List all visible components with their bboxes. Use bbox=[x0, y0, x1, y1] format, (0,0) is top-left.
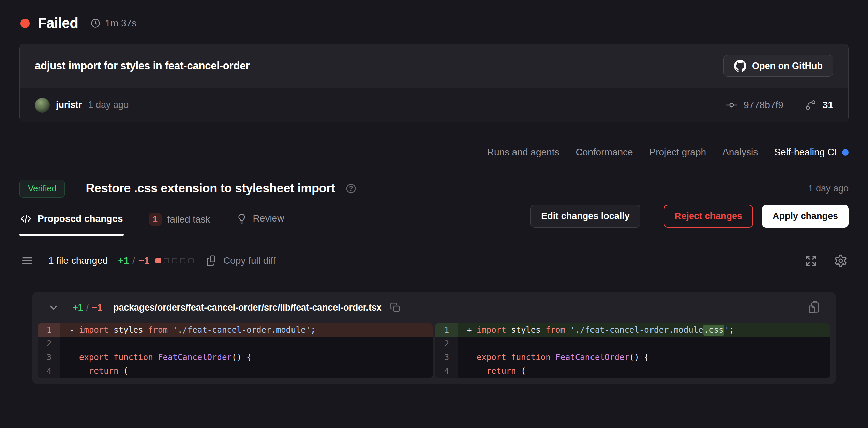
commit-card-top: adjust import for styles in feat-cancel-… bbox=[20, 44, 848, 88]
commit-title: adjust import for styles in feat-cancel-… bbox=[35, 60, 250, 72]
diff-panel: +1 / −1 packages/orders/feat-cancel-orde… bbox=[32, 292, 836, 384]
code-text bbox=[458, 337, 830, 351]
code-text: export function FeatCancelOrder() { bbox=[60, 351, 433, 364]
notification-dot bbox=[842, 149, 849, 156]
fix-title: Restore .css extension to stylesheet imp… bbox=[86, 181, 335, 196]
diff-line-context: 4 return ( bbox=[38, 364, 433, 378]
copy-full-diff-label: Copy full diff bbox=[223, 255, 276, 266]
diff-body: 1- import styles from './feat-cancel-ord… bbox=[32, 323, 836, 384]
diff-line-context: 3 export function FeatCancelOrder() { bbox=[435, 351, 830, 364]
tab-failed-task[interactable]: 1 failed task bbox=[148, 205, 211, 236]
failed-count-badge: 1 bbox=[149, 213, 162, 226]
nav-item-analysis[interactable]: Analysis bbox=[722, 147, 758, 158]
branch-count[interactable]: 31 bbox=[823, 100, 833, 111]
line-number: 4 bbox=[38, 364, 60, 378]
commit-card-bottom: juristr 1 day ago 9778b7f9 31 bbox=[20, 88, 848, 122]
nav-item-label: Self-healing CI bbox=[774, 147, 837, 158]
diff-pane-left: 1- import styles from './feat-cancel-ord… bbox=[38, 323, 433, 378]
file-deletions: −1 bbox=[92, 302, 102, 313]
tab-label: Proposed changes bbox=[38, 213, 123, 224]
tab-review[interactable]: Review bbox=[236, 205, 285, 234]
github-icon bbox=[734, 60, 746, 72]
commit-hash[interactable]: 9778b7f9 bbox=[744, 100, 783, 111]
chevron-down-icon[interactable] bbox=[47, 301, 60, 314]
diff-line-context: 4 return ( bbox=[435, 364, 830, 378]
tab-label: failed task bbox=[167, 214, 210, 225]
diff-line-context: 3 export function FeatCancelOrder() { bbox=[38, 351, 433, 364]
code-text: export function FeatCancelOrder() { bbox=[458, 351, 830, 364]
github-button-label: Open on GitHub bbox=[752, 61, 823, 71]
file-path: packages/orders/feat-cancel-order/src/li… bbox=[113, 302, 381, 313]
open-on-github-button[interactable]: Open on GitHub bbox=[723, 55, 833, 77]
line-number: 2 bbox=[435, 337, 458, 351]
status-label: Failed bbox=[38, 15, 78, 31]
code-icon bbox=[20, 213, 32, 225]
line-number: 2 bbox=[38, 337, 60, 351]
actions: Edit changes locally Reject changes Appl… bbox=[530, 205, 849, 237]
additions-count: +1 bbox=[118, 255, 129, 266]
status-duration: 1m 37s bbox=[90, 18, 136, 29]
file-additions: +1 bbox=[73, 302, 83, 313]
code-text bbox=[60, 337, 433, 351]
verified-badge: Verified bbox=[19, 180, 65, 198]
help-icon[interactable] bbox=[345, 183, 357, 194]
duration-text: 1m 37s bbox=[105, 18, 136, 29]
nav-item-conformance[interactable]: Conformance bbox=[575, 147, 633, 158]
vertical-divider bbox=[75, 178, 75, 199]
diff-line-context: 2 bbox=[435, 337, 830, 351]
gear-icon[interactable] bbox=[834, 254, 848, 268]
edit-changes-locally-button[interactable]: Edit changes locally bbox=[530, 205, 640, 228]
reject-changes-button[interactable]: Reject changes bbox=[664, 205, 753, 228]
branch-icon bbox=[805, 99, 817, 111]
nav-item-self-healing-ci[interactable]: Self-healing CI bbox=[774, 147, 849, 158]
code-text: - import styles from './feat-cancel-orde… bbox=[60, 323, 433, 337]
copy-icon bbox=[206, 255, 218, 267]
diff-toolbar: 1 file changed +1 / −1 Copy full diff bbox=[20, 250, 848, 271]
diff-pane-right: 1+ import styles from './feat-cancel-ord… bbox=[435, 323, 830, 378]
copy-full-diff-button[interactable]: Copy full diff bbox=[206, 255, 276, 267]
diff-progress-squares bbox=[155, 258, 194, 263]
tab-proposed-changes[interactable]: Proposed changes bbox=[19, 205, 124, 235]
expand-icon[interactable] bbox=[805, 254, 818, 267]
commit-meta: 9778b7f9 31 bbox=[725, 99, 833, 111]
nav-item-runs-and-agents[interactable]: Runs and agents bbox=[487, 147, 559, 158]
copy-path-icon[interactable] bbox=[390, 302, 401, 313]
apply-changes-button[interactable]: Apply changes bbox=[762, 205, 849, 228]
avatar bbox=[35, 98, 50, 113]
diffstat-square-empty bbox=[172, 258, 177, 263]
status-row: Failed 1m 37s bbox=[0, 0, 868, 31]
clock-icon bbox=[90, 18, 101, 28]
fix-time: 1 day ago bbox=[808, 183, 849, 194]
clipboard-copy-icon[interactable] bbox=[807, 301, 821, 314]
diff-toolbar-right bbox=[805, 254, 848, 268]
nav-item-project-graph[interactable]: Project graph bbox=[649, 147, 706, 158]
diffstat-separator: / bbox=[132, 255, 135, 266]
fix-header: Verified Restore .css extension to style… bbox=[0, 178, 868, 199]
diff-line-removed: 1- import styles from './feat-cancel-ord… bbox=[38, 323, 433, 337]
line-number: 4 bbox=[435, 364, 458, 378]
diff-line-context: 2 bbox=[38, 337, 433, 351]
line-number: 3 bbox=[38, 351, 60, 364]
diff-file-header: +1 / −1 packages/orders/feat-cancel-orde… bbox=[32, 292, 836, 323]
diffstat-square-filled bbox=[155, 258, 161, 263]
tabs-row: Proposed changes 1 failed task Review Ed… bbox=[19, 205, 849, 237]
file-diffstat: +1 / −1 bbox=[73, 302, 102, 313]
file-diffstat-separator: / bbox=[86, 302, 89, 313]
tab-label: Review bbox=[253, 213, 284, 224]
code-text: return ( bbox=[458, 364, 830, 378]
status-dot bbox=[20, 19, 30, 28]
diffstat-square-empty bbox=[164, 258, 169, 263]
commit-author: juristr bbox=[56, 100, 82, 110]
commit-card: adjust import for styles in feat-cancel-… bbox=[19, 44, 849, 122]
actions-divider bbox=[652, 206, 652, 227]
commit-time: 1 day ago bbox=[88, 100, 129, 110]
menu-icon[interactable] bbox=[20, 254, 34, 268]
diffstat-square-empty bbox=[188, 258, 194, 263]
diffstat-square-empty bbox=[180, 258, 185, 263]
tabs: Proposed changes 1 failed task Review bbox=[19, 205, 285, 236]
workspace-nav: Runs and agents Conformance Project grap… bbox=[0, 147, 868, 158]
line-number: 3 bbox=[435, 351, 458, 364]
code-text: + import styles from './feat-cancel-orde… bbox=[458, 323, 830, 337]
commit-icon bbox=[725, 99, 738, 111]
files-changed-label: 1 file changed bbox=[48, 255, 108, 266]
